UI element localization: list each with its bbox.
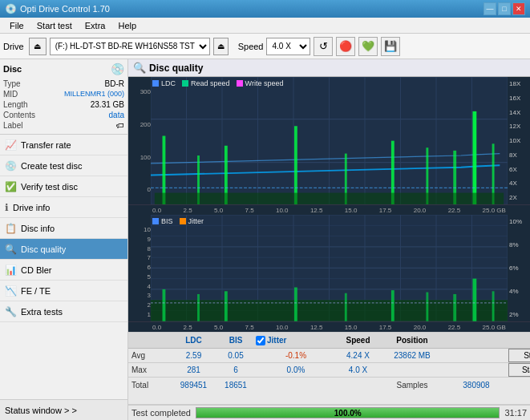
drive-info-icon: ℹ	[5, 202, 9, 213]
legend-jitter-label: Jitter	[188, 217, 204, 225]
nav-drive-info-label: Drive info	[13, 203, 50, 212]
svg-rect-61	[492, 292, 495, 321]
stats-max-row: Max 281 6 0.0% 4.0 X Start part	[128, 363, 530, 378]
speed-select[interactable]: 4.0 X	[266, 38, 310, 55]
time-display: 31:17	[504, 408, 527, 418]
max-label: Max	[131, 365, 172, 374]
svg-rect-59	[453, 294, 456, 321]
svg-rect-52	[163, 289, 166, 321]
legend-bis-dot	[152, 218, 159, 224]
chart1-svg	[151, 77, 508, 204]
disc-type-row: Type BD-R	[3, 79, 124, 89]
nav-verify-test-disc[interactable]: ✅ Verify test disc	[0, 176, 127, 197]
nav-cd-bler-label: CD Bler	[21, 265, 52, 275]
start-full-button[interactable]: Start full	[508, 349, 530, 362]
close-button[interactable]: ✕	[512, 2, 525, 15]
avg-label: Avg	[131, 351, 172, 360]
charts-area: LDC Read speed Write speed 300 200 10	[128, 77, 530, 332]
burn-button[interactable]: 🔴	[336, 37, 355, 56]
legend-write-speed: Write speed	[237, 79, 284, 87]
avg-speed: 4.24 X	[336, 351, 380, 360]
nav-create-test-disc-label: Create test disc	[21, 161, 82, 171]
svg-rect-60	[472, 279, 476, 321]
progress-bar-row: Test completed 100.0% 31:17	[128, 404, 530, 420]
stats-col-speed: Speed	[336, 336, 380, 345]
nav-disc-info[interactable]: 📋 Disc info	[0, 218, 127, 239]
eject-button[interactable]: ⏏	[213, 38, 229, 55]
nav-drive-info[interactable]: ℹ Drive info	[0, 197, 127, 218]
menu-file[interactable]: File	[3, 20, 30, 31]
disc-mid-label: MID	[3, 90, 18, 99]
save-button[interactable]: 💾	[381, 37, 400, 56]
progress-text: 100.0%	[196, 408, 499, 418]
nav-buttons: 📈 Transfer rate 💿 Create test disc ✅ Ver…	[0, 135, 127, 399]
nav-create-test-disc[interactable]: 💿 Create test disc	[0, 155, 127, 176]
svg-rect-54	[225, 292, 228, 321]
avg-ldc: 2.59	[172, 351, 216, 360]
maximize-button[interactable]: □	[498, 2, 511, 15]
svg-rect-57	[391, 290, 394, 321]
nav-cd-bler[interactable]: 📊 CD Bler	[0, 260, 127, 281]
nav-extra-tests[interactable]: 🔧 Extra tests	[0, 301, 127, 322]
disc-label-label: Label	[3, 121, 22, 130]
nav-fe-te[interactable]: 📉 FE / TE	[0, 281, 127, 301]
svg-rect-55	[294, 288, 297, 321]
menu-extra[interactable]: Extra	[79, 20, 112, 31]
stats-table: LDC BIS Jitter Speed Position Avg 2.59 0…	[128, 332, 530, 404]
nav-transfer-rate-label: Transfer rate	[21, 140, 71, 150]
avg-jitter: -0.1%	[256, 351, 336, 360]
nav-extra-tests-label: Extra tests	[21, 307, 63, 317]
status-window-label: Status window > >	[5, 406, 77, 415]
legend-bis: BIS	[152, 217, 173, 225]
legend-ldc-dot	[152, 80, 159, 87]
disc-length-row: Length 23.31 GB	[3, 99, 124, 110]
max-bis: 6	[216, 365, 256, 374]
chart1-y-axis-left: 300 200 100 0	[130, 88, 151, 193]
menu-bar: File Start test Extra Help	[0, 18, 530, 34]
transfer-rate-icon: 📈	[5, 139, 17, 151]
status-text: Test completed	[131, 408, 191, 418]
app-title: Opti Drive Control 1.70	[20, 4, 110, 14]
stats-header-row: LDC BIS Jitter Speed Position	[128, 333, 530, 349]
chart1-container: LDC Read speed Write speed 300 200 10	[128, 77, 530, 205]
total-label: Total	[131, 381, 172, 390]
drive-select[interactable]: (F:) HL-DT-ST BD-RE WH16NS58 TST4	[50, 38, 210, 55]
minimize-button[interactable]: —	[483, 2, 496, 15]
nav-fe-te-label: FE / TE	[21, 286, 51, 296]
disc-title: Disc	[3, 64, 22, 74]
speed-label: Speed	[238, 42, 264, 51]
disc-info-icon: 📋	[5, 223, 17, 234]
chart2-legend: BIS Jitter	[152, 217, 204, 225]
disc-section: Disc 💿 Type BD-R MID MILLENMR1 (000) Len…	[0, 59, 127, 135]
menu-help[interactable]: Help	[111, 20, 143, 31]
legend-jitter-dot	[180, 218, 186, 224]
legend-jitter: Jitter	[180, 217, 204, 225]
menu-start-test[interactable]: Start test	[30, 20, 79, 31]
refresh-button[interactable]: ↺	[314, 37, 333, 56]
nav-disc-quality[interactable]: 🔍 Disc quality	[0, 239, 127, 260]
fe-te-icon: 📉	[5, 285, 17, 297]
start-part-button[interactable]: Start part	[508, 363, 530, 377]
legend-read-speed: Read speed	[182, 79, 230, 87]
disc-length-label: Length	[3, 100, 28, 109]
status-window-button[interactable]: Status window > >	[0, 399, 127, 420]
disc-quality-icon: 🔍	[5, 244, 17, 255]
total-ldc: 989451	[172, 381, 216, 390]
nav-verify-test-disc-label: Verify test disc	[21, 182, 78, 192]
total-bis: 18651	[216, 381, 256, 390]
disc-quality-title: Disc quality	[149, 63, 203, 74]
stats-col-ldc: LDC	[172, 336, 216, 345]
verify-test-disc-icon: ✅	[5, 181, 17, 192]
nav-transfer-rate[interactable]: 📈 Transfer rate	[0, 135, 127, 155]
nav-disc-quality-label: Disc quality	[21, 244, 66, 254]
drive-icon-btn[interactable]: ⏏	[29, 38, 47, 55]
jitter-checkbox[interactable]	[256, 336, 265, 345]
chart2-x-axis: 0.0 2.5 5.0 7.5 10.0 12.5 15.0 17.5 20.0…	[128, 322, 530, 332]
svg-rect-26	[155, 193, 504, 205]
svg-rect-56	[345, 293, 347, 321]
avg-bis: 0.05	[216, 351, 256, 360]
legend-read-speed-dot	[182, 80, 188, 87]
verify-button[interactable]: 💚	[358, 37, 378, 56]
disc-length-value: 23.31 GB	[91, 100, 124, 109]
chart2-y-axis-right: 10% 8% 6% 4% 2%	[508, 215, 530, 321]
